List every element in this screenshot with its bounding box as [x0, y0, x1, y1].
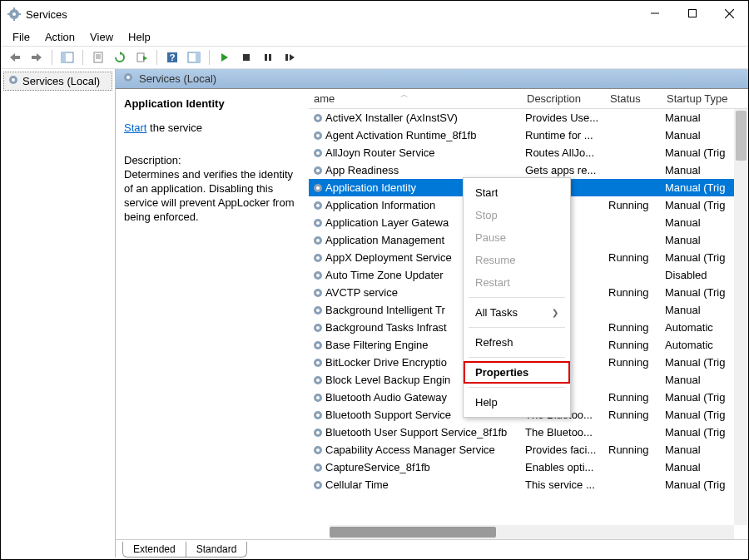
svg-point-76 — [316, 448, 320, 452]
cell-name: Cellular Time — [309, 478, 522, 492]
service-gear-icon — [312, 444, 324, 456]
scrollbar-thumb[interactable] — [330, 527, 496, 538]
cell-name: Capability Access Manager Service — [309, 444, 522, 457]
column-name[interactable]: ame — [309, 90, 522, 107]
service-gear-icon — [312, 235, 324, 246]
svg-rect-2 — [13, 7, 15, 10]
cell-description: This service ... — [522, 478, 605, 491]
cell-startup: Manual (Trig — [662, 391, 733, 404]
console-tree-pane: Services (Local) — [1, 69, 116, 558]
stop-service-button[interactable] — [237, 48, 255, 67]
start-service-link[interactable]: Start — [124, 121, 146, 134]
action-pane-button[interactable] — [185, 48, 203, 67]
service-row[interactable]: Capability Access Manager ServiceProvide… — [309, 441, 748, 458]
menu-view[interactable]: View — [83, 29, 120, 45]
svg-point-80 — [316, 483, 320, 487]
service-row[interactable]: App ReadinessGets apps re...Manual — [309, 161, 748, 179]
pane-header: Services (Local) — [116, 69, 748, 89]
description-label: Description: — [124, 154, 300, 166]
cell-startup: Manual (Trig — [662, 199, 733, 211]
services-list: ︿ ame Description Status Startup Type Ac… — [309, 89, 748, 539]
service-gear-icon — [312, 182, 324, 194]
forward-button[interactable] — [27, 48, 46, 67]
service-gear-icon — [312, 339, 324, 351]
svg-marker-12 — [37, 53, 42, 62]
cell-description: Routes AllJo... — [522, 146, 605, 159]
description-text: Determines and verifies the identity of … — [124, 168, 300, 225]
context-help[interactable]: Help — [464, 391, 570, 414]
cell-startup: Disabled — [662, 269, 733, 281]
show-hide-tree-button[interactable] — [58, 48, 77, 67]
help-toolbar-button[interactable]: ? — [163, 48, 181, 67]
horizontal-scrollbar[interactable] — [330, 525, 734, 539]
svg-rect-28 — [243, 54, 250, 61]
service-gear-icon — [312, 112, 324, 124]
cell-name: Agent Activation Runtime_8f1fb — [309, 129, 522, 142]
service-row[interactable]: ActiveX Installer (AxInstSV)Provides Use… — [309, 109, 748, 126]
cell-startup: Manual (Trig — [662, 409, 733, 421]
svg-marker-10 — [10, 53, 15, 62]
cell-startup: Manual — [662, 129, 733, 141]
scrollbar-thumb[interactable] — [736, 111, 747, 161]
back-button[interactable] — [6, 48, 24, 67]
context-all-tasks[interactable]: All Tasks❯ — [464, 301, 570, 324]
svg-point-42 — [316, 151, 320, 155]
menu-file[interactable]: File — [6, 29, 37, 45]
close-button[interactable] — [711, 1, 748, 26]
svg-point-48 — [316, 204, 320, 207]
maximize-button[interactable] — [673, 1, 711, 26]
service-row[interactable]: Cellular TimeThis service ...Manual (Tri… — [309, 476, 748, 493]
column-description[interactable]: Description — [522, 90, 605, 107]
tab-standard[interactable]: Standard — [186, 542, 248, 558]
svg-point-56 — [316, 274, 320, 277]
cell-status: Running — [605, 339, 662, 351]
svg-rect-3 — [13, 18, 15, 21]
svg-point-68 — [316, 379, 320, 382]
restart-service-button[interactable] — [280, 48, 299, 67]
start-service-line: Start the service — [124, 121, 300, 134]
context-properties[interactable]: Properties — [464, 361, 570, 384]
cell-startup: Manual — [662, 216, 733, 229]
cell-status: Running — [605, 199, 662, 211]
cell-status: Running — [605, 409, 662, 421]
cell-status: Running — [605, 321, 662, 334]
service-gear-icon — [312, 130, 324, 141]
svg-rect-4 — [7, 13, 10, 15]
svg-point-70 — [316, 396, 320, 399]
properties-toolbar-button[interactable] — [89, 48, 107, 67]
refresh-toolbar-button[interactable] — [111, 48, 129, 67]
svg-rect-11 — [15, 56, 20, 59]
svg-rect-29 — [265, 54, 267, 61]
export-list-button[interactable] — [132, 48, 151, 67]
context-start[interactable]: Start — [464, 181, 570, 204]
tab-extended[interactable]: Extended — [122, 542, 186, 558]
column-startup-type[interactable]: Startup Type — [662, 90, 733, 107]
service-row[interactable]: Agent Activation Runtime_8f1fbRuntime fo… — [309, 126, 748, 144]
service-row[interactable]: Bluetooth User Support Service_8f1fbThe … — [309, 424, 748, 441]
svg-point-78 — [316, 466, 320, 469]
svg-point-52 — [316, 239, 320, 242]
context-stop: Stop — [464, 204, 570, 226]
svg-text:?: ? — [170, 52, 176, 62]
service-row[interactable]: CaptureService_8f1fbEnables opti...Manua… — [309, 458, 748, 476]
main-area: Services (Local) Services (Local) Applic… — [1, 69, 748, 558]
cell-startup: Manual (Trig — [662, 251, 733, 264]
context-refresh[interactable]: Refresh — [464, 331, 570, 354]
tree-root-services-local[interactable]: Services (Local) — [3, 72, 112, 91]
vertical-scrollbar[interactable] — [734, 109, 748, 525]
svg-point-34 — [12, 78, 15, 82]
service-gear-icon — [312, 409, 324, 421]
pause-service-button[interactable] — [259, 48, 277, 67]
cell-startup: Manual (Trig — [662, 426, 733, 439]
svg-rect-5 — [18, 13, 21, 15]
svg-point-36 — [126, 76, 130, 79]
start-service-button[interactable] — [216, 48, 234, 67]
column-status[interactable]: Status — [605, 90, 662, 107]
svg-marker-32 — [290, 54, 295, 61]
service-row[interactable]: AllJoyn Router ServiceRoutes AllJo...Man… — [309, 144, 748, 161]
svg-point-60 — [316, 309, 320, 312]
menu-help[interactable]: Help — [122, 29, 157, 45]
cell-startup: Manual (Trig — [662, 181, 733, 194]
minimize-button[interactable] — [636, 1, 673, 26]
menu-action[interactable]: Action — [38, 29, 82, 45]
